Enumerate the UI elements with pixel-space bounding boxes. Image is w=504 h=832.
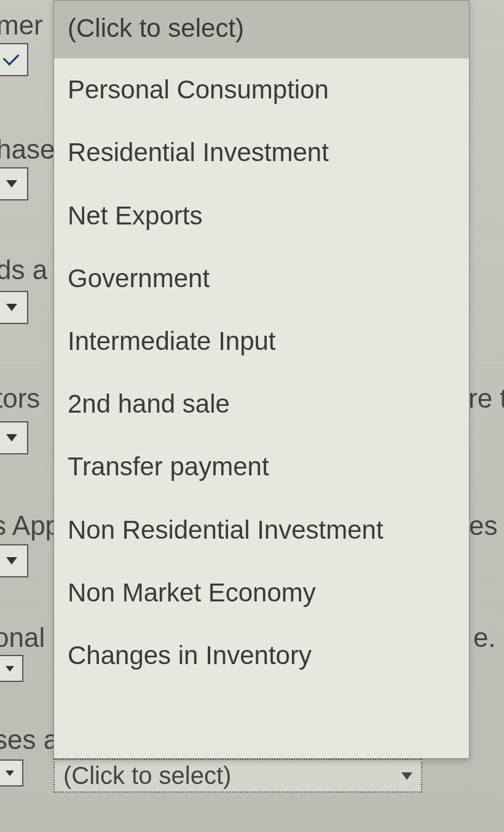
dropdown-option[interactable]: Transfer payment [54, 435, 469, 498]
select-value: (Click to select) [63, 762, 231, 790]
bg-select-2[interactable] [0, 167, 28, 200]
bg-text-fragment: ses a [0, 724, 58, 755]
bg-select-6[interactable] [0, 655, 23, 682]
chevron-down-icon [6, 180, 17, 188]
dropdown-option[interactable]: Net Exports [54, 184, 469, 247]
dropdown-option-placeholder[interactable]: (Click to select) [54, 1, 469, 58]
chevron-down-icon [6, 771, 14, 776]
bg-text-fragment: mer [0, 10, 43, 41]
bg-text-fragment: es fr [469, 510, 504, 541]
bg-select-7[interactable] [0, 759, 23, 786]
chevron-down-icon [6, 557, 17, 565]
check-icon [2, 49, 19, 65]
dropdown-listbox[interactable]: (Click to select) Personal Consumption R… [53, 0, 470, 759]
bg-select-1[interactable] [0, 43, 28, 76]
dropdown-option[interactable]: Government [54, 247, 469, 310]
dropdown-option[interactable]: Non Market Economy [54, 561, 469, 624]
dropdown-option[interactable]: Non Residential Investment [54, 499, 469, 561]
bg-select-3[interactable] [0, 291, 28, 324]
dropdown-option[interactable]: Residential Investment [54, 121, 469, 184]
bg-text-fragment: s App [0, 510, 60, 541]
active-select-collapsed[interactable]: (Click to select) [53, 759, 422, 793]
chevron-down-icon [401, 772, 412, 780]
bg-text-fragment: onal [0, 622, 45, 653]
dropdown-option[interactable]: Personal Consumption [54, 58, 469, 121]
chevron-down-icon [6, 434, 17, 442]
dropdown-option[interactable]: Intermediate Input [54, 310, 469, 373]
chevron-down-icon [6, 304, 17, 311]
dropdown-option[interactable]: 2nd hand sale [54, 373, 469, 435]
dropdown-option[interactable]: Changes in Inventory [54, 624, 469, 687]
bg-select-5[interactable] [0, 544, 28, 577]
page-root: mer hase ds a tors re t s App es fr onal… [0, 0, 504, 832]
bg-text-fragment: hase [0, 134, 55, 165]
bg-text-fragment: re t [468, 383, 504, 414]
bg-text-fragment: tors [0, 383, 40, 414]
bg-text-fragment: e. [473, 622, 496, 653]
bg-select-4[interactable] [0, 421, 28, 454]
chevron-down-icon [6, 666, 14, 672]
bg-text-fragment: ds a [0, 255, 47, 285]
